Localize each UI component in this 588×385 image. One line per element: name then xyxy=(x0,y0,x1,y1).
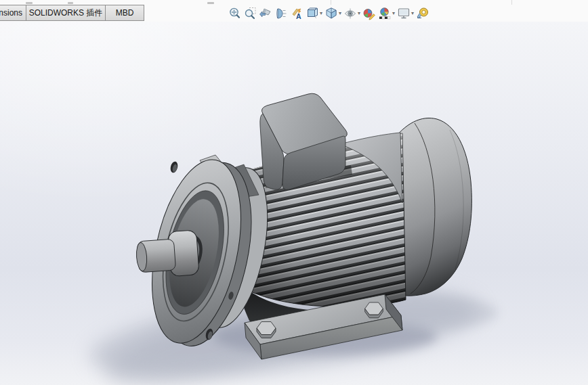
measure-button[interactable] xyxy=(416,6,429,21)
tab-mbd[interactable]: MBD xyxy=(105,5,144,21)
foot-bolt xyxy=(365,302,383,318)
graphics-viewport[interactable] xyxy=(0,22,588,385)
view-orientation-icon xyxy=(306,7,319,20)
view-settings-icon xyxy=(397,7,411,20)
view-orientation-button[interactable]: ▾ xyxy=(306,6,322,21)
annotation-visibility-button[interactable]: A xyxy=(290,6,303,21)
chevron-down-icon[interactable]: ▾ xyxy=(411,11,414,16)
section-view-button[interactable] xyxy=(274,6,288,21)
chevron-down-icon[interactable]: ▾ xyxy=(339,11,341,16)
tab-label: MBD xyxy=(116,8,134,18)
previous-view-icon xyxy=(259,7,272,20)
toolbar-separator xyxy=(331,0,331,5)
view-settings-button[interactable]: ▾ xyxy=(397,6,414,21)
foot-bolt xyxy=(257,322,276,338)
chevron-down-icon[interactable]: ▾ xyxy=(358,11,360,16)
display-style-icon xyxy=(324,7,338,20)
command-manager-bar: nsions SOLIDWORKS 插件 MBD A▾▾▾▾▾ xyxy=(0,0,588,22)
tab-label: nsions xyxy=(0,8,22,18)
zoom-to-area-icon xyxy=(243,7,257,20)
tab-solidworks-addins[interactable]: SOLIDWORKS 插件 xyxy=(26,5,106,21)
measure-icon xyxy=(416,7,429,20)
svg-text:A: A xyxy=(296,12,301,20)
toolbar-remnant xyxy=(207,2,214,4)
solidworks-window: nsions SOLIDWORKS 插件 MBD A▾▾▾▾▾ xyxy=(0,0,588,385)
hide-show-items-button[interactable]: ▾ xyxy=(343,6,360,21)
hide-show-items-icon xyxy=(343,7,357,20)
edit-appearance-icon xyxy=(362,7,376,20)
apply-scene-button[interactable]: ▾ xyxy=(378,6,395,21)
toolbar-separator xyxy=(511,0,512,5)
display-style-button[interactable]: ▾ xyxy=(324,6,341,21)
tab-label: SOLIDWORKS 插件 xyxy=(29,7,103,19)
zoom-to-fit-icon xyxy=(228,7,241,20)
chevron-down-icon[interactable]: ▾ xyxy=(320,11,322,16)
apply-scene-icon xyxy=(378,7,392,20)
chevron-down-icon[interactable]: ▾ xyxy=(392,11,395,16)
zoom-to-fit-button[interactable] xyxy=(228,6,241,21)
zoom-to-area-button[interactable] xyxy=(243,6,257,21)
annotation-visibility-icon: A xyxy=(290,7,303,20)
toolbar-remnant xyxy=(68,2,73,4)
section-view-icon xyxy=(274,7,288,20)
previous-view-button[interactable] xyxy=(259,6,272,21)
heads-up-toolbar: A▾▾▾▾▾ xyxy=(228,5,432,22)
tab-dimensions[interactable]: nsions xyxy=(0,5,26,21)
edit-appearance-button[interactable] xyxy=(362,6,376,21)
toolbar-remnant xyxy=(26,2,33,4)
